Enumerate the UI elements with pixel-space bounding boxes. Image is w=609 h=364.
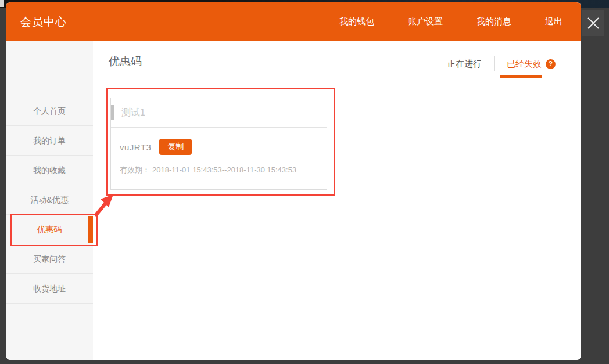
title-marker-bar — [111, 105, 114, 120]
close-icon — [586, 16, 601, 31]
tab-active-coupons[interactable]: 正在进行 — [447, 59, 482, 70]
active-tab-underline — [500, 75, 542, 78]
coupon-card-header: 测试1 — [111, 98, 327, 128]
tab-expired-coupons[interactable]: 已经失效 ? — [507, 59, 556, 70]
tab-separator — [568, 56, 568, 71]
coupon-code-row: vuJRT3 复制 — [111, 128, 327, 155]
sidebar-item-my-orders[interactable]: 我的订单 — [6, 125, 93, 155]
sidebar-item-label: 买家问答 — [33, 254, 66, 264]
coupon-validity: 有效期：2018-11-01 15:43:53--2018-11-30 15:4… — [111, 155, 327, 175]
sidebar-item-label: 我的收藏 — [33, 165, 66, 175]
sidebar-item-coupon-code[interactable]: 优惠码 — [6, 214, 93, 244]
tab-label: 已经失效 — [507, 59, 542, 70]
close-button[interactable] — [582, 10, 604, 36]
main-content: 优惠码 正在进行 已经失效 ? 测试1 — [93, 41, 581, 360]
tabs: 正在进行 已经失效 ? — [447, 56, 568, 71]
sidebar: 个人首页 我的订单 我的收藏 活动&优惠 优惠码 买家问答 — [6, 41, 93, 360]
validity-label: 有效期： — [120, 165, 150, 174]
modal-header: 会员中心 我的钱包 账户设置 我的消息 退出 — [6, 2, 581, 41]
sidebar-item-label: 优惠码 — [37, 225, 62, 234]
coupon-code-text: vuJRT3 — [120, 142, 151, 152]
sidebar-item-my-favorites[interactable]: 我的收藏 — [6, 155, 93, 185]
sidebar-item-label: 活动&优惠 — [30, 195, 68, 204]
sidebar-item-activities-offers[interactable]: 活动&优惠 — [6, 185, 93, 214]
member-center-modal: 会员中心 我的钱包 账户设置 我的消息 退出 个人首页 我的订单 我的收藏 — [6, 2, 581, 360]
sidebar-item-personal-home[interactable]: 个人首页 — [6, 96, 93, 125]
screen: 会员中心 我的钱包 账户设置 我的消息 退出 个人首页 我的订单 我的收藏 — [0, 0, 609, 364]
sidebar-item-label: 我的订单 — [33, 136, 66, 145]
help-icon[interactable]: ? — [546, 59, 556, 69]
modal-body: 个人首页 我的订单 我的收藏 活动&优惠 优惠码 买家问答 — [6, 41, 581, 360]
tab-separator — [494, 56, 495, 71]
active-indicator-bar — [88, 216, 93, 243]
coupon-card: 测试1 vuJRT3 复制 有效期：2018-11-01 15:43:53--2… — [110, 98, 327, 190]
nav-my-messages[interactable]: 我的消息 — [477, 16, 511, 27]
sidebar-item-label: 收货地址 — [33, 284, 66, 293]
header-nav: 我的钱包 账户设置 我的消息 退出 — [339, 16, 581, 27]
section-divider — [109, 78, 564, 78]
coupon-name: 测试1 — [111, 98, 327, 127]
background-corner-fragment — [0, 0, 4, 7]
page-title: 会员中心 — [20, 15, 67, 30]
sidebar-item-shipping-address[interactable]: 收货地址 — [6, 273, 93, 304]
section-title: 优惠码 — [109, 54, 142, 69]
validity-value: 2018-11-01 15:43:53--2018-11-30 15:43:53 — [152, 165, 296, 174]
nav-my-wallet[interactable]: 我的钱包 — [339, 16, 374, 27]
sidebar-spacer — [6, 41, 93, 96]
nav-logout[interactable]: 退出 — [545, 16, 563, 27]
nav-account-settings[interactable]: 账户设置 — [408, 16, 443, 27]
copy-button[interactable]: 复制 — [159, 139, 192, 155]
sidebar-item-label: 个人首页 — [33, 106, 66, 116]
sidebar-item-buyer-qa[interactable]: 买家问答 — [6, 244, 93, 273]
